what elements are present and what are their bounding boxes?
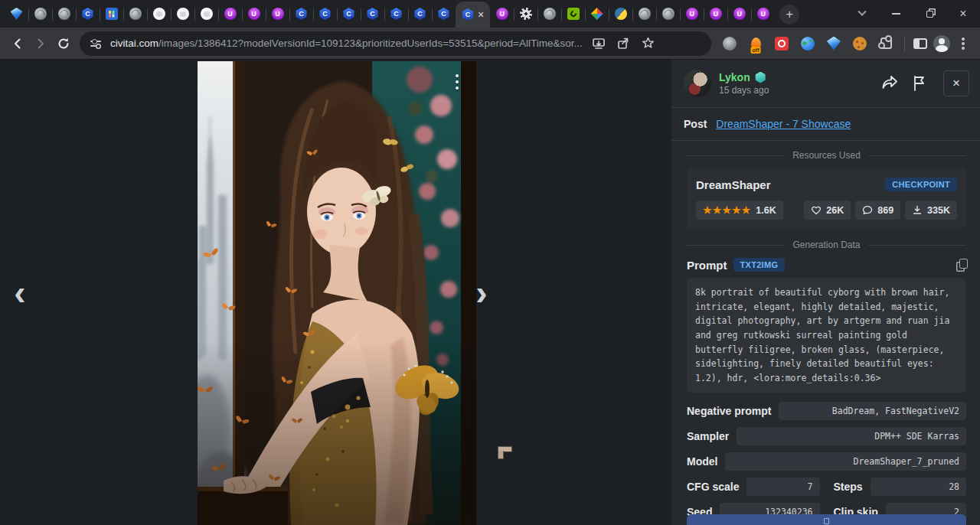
- browser-tab-ultra[interactable]: [751, 1, 775, 27]
- browser-tab-globe[interactable]: [537, 1, 561, 27]
- cfg-scale-value[interactable]: 7: [746, 478, 819, 496]
- tab-close-icon[interactable]: ×: [478, 9, 484, 20]
- browser-tab-globe[interactable]: [28, 1, 52, 27]
- new-tab-button[interactable]: +: [779, 5, 799, 24]
- cursor-artifact: [498, 446, 511, 459]
- address-bar[interactable]: civitai.com/images/1386412?modelVersionI…: [80, 31, 711, 56]
- browser-tab-strip: × + ×: [0, 0, 980, 28]
- restore-icon: [926, 11, 933, 18]
- browser-tab-nvidia[interactable]: [561, 1, 585, 27]
- browser-tab-ultra[interactable]: [727, 1, 751, 27]
- tab-search-chevron-button[interactable]: [845, 0, 879, 28]
- negative-prompt-value[interactable]: BadDream, FastNegativeV2: [779, 402, 966, 420]
- browser-tab-ultra[interactable]: [490, 1, 514, 27]
- comments-pill[interactable]: 869: [855, 201, 900, 220]
- extension-gem-icon[interactable]: [823, 33, 844, 54]
- browser-tab-globe[interactable]: [632, 1, 656, 27]
- browser-tab-civitai[interactable]: [337, 1, 361, 27]
- minimize-icon: [892, 13, 900, 15]
- url-path: /images/1386412?modelVersionId=109123&pr…: [158, 38, 583, 49]
- extension-sphere-icon[interactable]: [797, 33, 818, 54]
- reload-button[interactable]: [52, 32, 75, 55]
- next-image-button[interactable]: ›: [465, 275, 498, 310]
- puzzle-glyph-icon: [880, 38, 892, 49]
- browser-tab-store[interactable]: [100, 1, 123, 27]
- toolbar-separator: [904, 36, 905, 51]
- gem-favicon-icon: [11, 8, 23, 20]
- resource-card[interactable]: DreamShaper CHECKPOINT ★★★★★ 1.6K 26K: [687, 168, 966, 229]
- post-title-link[interactable]: DreamShaper - 7 Showcase: [716, 118, 851, 130]
- browser-menu-button[interactable]: [952, 33, 974, 54]
- browser-tab-civitai[interactable]: [289, 1, 313, 27]
- extension-flame-icon[interactable]: off: [745, 33, 766, 54]
- share-icon[interactable]: [616, 37, 630, 51]
- site-info-icon[interactable]: [89, 38, 104, 50]
- active-tab[interactable]: ×: [456, 2, 490, 28]
- browser-tab-civitai[interactable]: [313, 1, 337, 27]
- extension-puzzle-icon[interactable]: [875, 33, 897, 54]
- back-icon: [11, 37, 24, 51]
- github-favicon-icon: [177, 8, 189, 20]
- url-text[interactable]: civitai.com/images/1386412?modelVersionI…: [110, 38, 583, 49]
- browser-tab-github[interactable]: [171, 1, 194, 27]
- report-flag-button[interactable]: [913, 75, 926, 92]
- browser-tab-ultra[interactable]: [680, 1, 704, 27]
- prompt-text[interactable]: 8k portrait of beautiful cyborg with bro…: [687, 278, 966, 393]
- model-value[interactable]: DreamShaper_7_pruned: [725, 452, 966, 471]
- panel-close-button[interactable]: ×: [943, 70, 969, 96]
- browser-tab-civitai[interactable]: [408, 1, 432, 27]
- browser-tab-ultra[interactable]: [218, 1, 242, 27]
- copy-prompt-button[interactable]: [959, 259, 968, 269]
- username-link[interactable]: Lykon: [719, 71, 750, 83]
- install-app-icon[interactable]: [592, 37, 606, 51]
- steps-value[interactable]: 28: [871, 478, 966, 496]
- browser-tab-github[interactable]: [147, 1, 171, 27]
- profile-button[interactable]: [931, 33, 952, 54]
- browser-tab-gear[interactable]: [514, 1, 537, 27]
- post-row: Post DreamShaper - 7 Showcase: [671, 108, 980, 141]
- sampler-value[interactable]: DPM++ SDE Karras: [737, 427, 966, 445]
- share-post-button[interactable]: [880, 75, 899, 92]
- maximize-button[interactable]: [913, 0, 946, 28]
- download-icon: [912, 205, 923, 215]
- previous-image-button[interactable]: ‹: [3, 275, 37, 310]
- browser-tab-globe[interactable]: [123, 1, 147, 27]
- minimize-button[interactable]: [879, 0, 913, 28]
- user-avatar[interactable]: [684, 70, 711, 97]
- extension-globe-icon[interactable]: [719, 33, 740, 54]
- browser-tab-globe[interactable]: [656, 1, 680, 27]
- panel-scroll-area[interactable]: Resources Used DreamShaper CHECKPOINT ★★…: [671, 141, 980, 525]
- globe-favicon-icon: [639, 8, 651, 20]
- extension-red-o-icon[interactable]: [771, 33, 792, 54]
- browser-tab-civitai[interactable]: [432, 1, 456, 27]
- browser-tab-globe[interactable]: [52, 1, 76, 27]
- image-options-button[interactable]: [450, 72, 464, 92]
- cfg-steps-row: CFG scale 7 Steps 28: [687, 478, 966, 496]
- resources-used-header: Resources Used: [687, 150, 966, 161]
- post-image[interactable]: [198, 61, 476, 525]
- browser-tab-ultra[interactable]: [266, 1, 289, 27]
- browser-tab-civitai[interactable]: [384, 1, 408, 27]
- side-panel-button[interactable]: [910, 33, 931, 54]
- browser-tab-github[interactable]: [194, 1, 218, 27]
- window-close-button[interactable]: ×: [946, 0, 980, 28]
- rating-pill[interactable]: ★★★★★ 1.6K: [696, 201, 783, 220]
- browser-tab-ultra[interactable]: [242, 1, 266, 27]
- downloads-pill[interactable]: 335K: [905, 201, 957, 220]
- civitai-favicon-icon: [414, 8, 426, 20]
- resource-name[interactable]: DreamShaper: [696, 178, 771, 191]
- likes-pill[interactable]: 26K: [804, 201, 851, 220]
- bookmark-star-icon[interactable]: [641, 36, 655, 51]
- forward-button[interactable]: [29, 32, 52, 55]
- browser-tab-civitai[interactable]: [76, 1, 100, 27]
- browser-tab-civitai[interactable]: [361, 1, 384, 27]
- browser-tab-python[interactable]: [609, 1, 632, 27]
- globe-favicon-icon: [58, 8, 70, 20]
- back-button[interactable]: [6, 32, 29, 55]
- browser-tab-ultra[interactable]: [704, 1, 727, 27]
- chevron-down-icon: [858, 8, 866, 16]
- extension-cookie-icon[interactable]: [849, 33, 871, 54]
- browser-tab-pinwheel[interactable]: [585, 1, 609, 27]
- browser-tab-gem[interactable]: [5, 1, 28, 27]
- copy-generation-data-button[interactable]: [687, 514, 966, 525]
